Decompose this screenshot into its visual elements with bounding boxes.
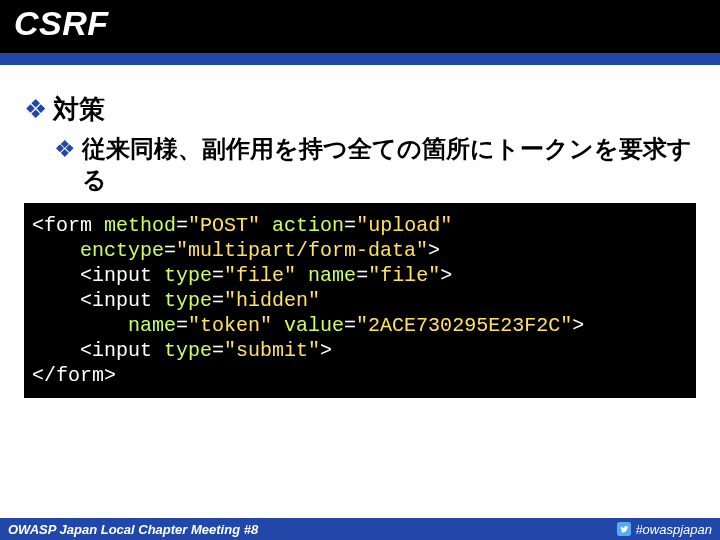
slide-title: CSRF: [14, 4, 706, 43]
content-area: ❖ 対策 ❖ 従来同様、副作用を持つ全ての箇所にトークンを要求する <form …: [0, 65, 720, 398]
bullet-l2-text: 従来同様、副作用を持つ全ての箇所にトークンを要求する: [82, 133, 696, 195]
bullet-l1-text: 対策: [53, 95, 105, 125]
diamond-icon: ❖: [24, 95, 47, 125]
bullet-level1: ❖ 対策: [24, 95, 696, 125]
diamond-icon: ❖: [54, 133, 76, 164]
footer-hashtag: #owaspjapan: [635, 522, 712, 537]
footer-bar: OWASP Japan Local Chapter Meeting #8 #ow…: [0, 518, 720, 540]
blue-stripe: [0, 53, 720, 65]
footer-left-text: OWASP Japan Local Chapter Meeting #8: [8, 522, 258, 537]
code-block: <form method="POST" action="upload" enct…: [24, 203, 696, 398]
bullet-level2: ❖ 従来同様、副作用を持つ全ての箇所にトークンを要求する: [54, 133, 696, 195]
title-band: CSRF: [0, 0, 720, 53]
footer-right: #owaspjapan: [616, 522, 712, 537]
twitter-icon: [616, 522, 631, 537]
